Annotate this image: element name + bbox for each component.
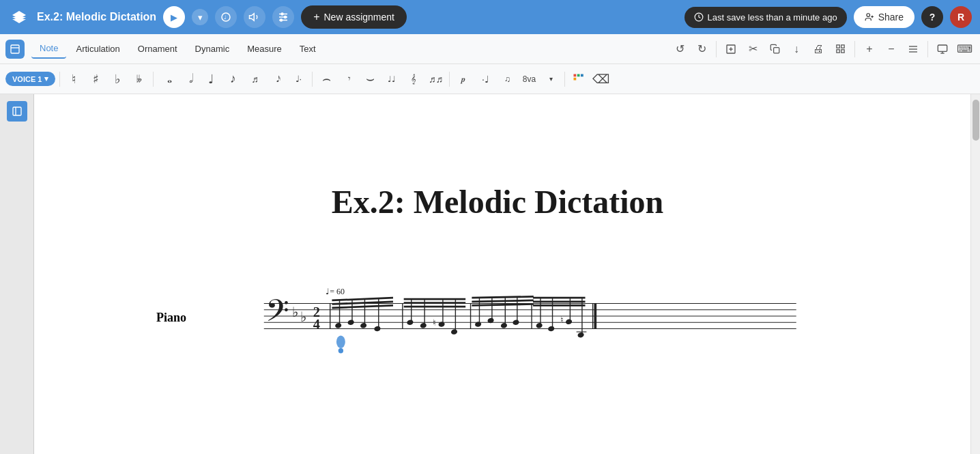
score-area: Piano 𝄢 ♭ ♭ xyxy=(156,275,839,360)
clock-icon xyxy=(694,12,704,22)
flat-button[interactable]: ♭ xyxy=(108,70,127,89)
zoom-out-button[interactable]: − xyxy=(881,39,902,59)
slur-button[interactable]: ⌢ xyxy=(317,70,336,89)
scroll-thumb[interactable] xyxy=(972,100,979,141)
svg-text:♮: ♮ xyxy=(433,317,436,328)
zoom-menu-button[interactable] xyxy=(903,39,923,59)
help-label: ? xyxy=(929,12,936,23)
help-button[interactable]: ? xyxy=(921,6,943,28)
new-assignment-button[interactable]: + New assignment xyxy=(301,5,407,29)
svg-line-49 xyxy=(332,305,393,308)
svg-rect-29 xyxy=(574,74,577,76)
natural-button[interactable]: ♮ xyxy=(64,70,83,89)
plus-icon: + xyxy=(313,11,319,23)
sixteenth-note-button[interactable]: ♬ xyxy=(245,70,264,89)
layout-button[interactable] xyxy=(830,39,850,59)
share-button[interactable]: Share xyxy=(854,6,914,28)
svg-point-90 xyxy=(547,326,555,332)
svg-point-88 xyxy=(536,322,543,329)
quarter-note-button[interactable]: ♩ xyxy=(201,70,220,89)
redo-button[interactable]: ↻ xyxy=(691,39,712,59)
separator xyxy=(854,41,855,57)
double-flat-button[interactable]: 𝄫 xyxy=(130,70,149,89)
voice-selector[interactable]: VOICE 1 ▾ xyxy=(5,72,55,86)
share-label: Share xyxy=(878,12,904,23)
score-title: Ex.2: Melodic Dictation xyxy=(332,183,664,221)
whole-note-button[interactable]: 𝅝 xyxy=(158,70,177,89)
staff-container: 𝄢 ♭ ♭ 2 4 ♩= 60 xyxy=(193,275,839,360)
rest-button[interactable]: 𝄾 xyxy=(338,70,358,89)
chord-button[interactable]: ♬♬ xyxy=(426,70,445,89)
grace-note-button[interactable]: 𝆏 xyxy=(454,70,473,89)
svg-point-70 xyxy=(450,328,458,335)
notation-toolbar: VOICE 1 ▾ ♮ ♯ ♭ 𝄫 𝅝 𝅗𝅥 ♩ ♪ ♬ 𝅘𝅥𝅯 ♩· ⌢ 𝄾 … xyxy=(0,64,980,94)
tab-ornament[interactable]: Ornament xyxy=(130,40,186,58)
add-measure-button[interactable] xyxy=(721,39,741,59)
svg-rect-18 xyxy=(773,48,779,53)
audio-button[interactable] xyxy=(244,6,265,28)
octave-button[interactable]: 8va xyxy=(519,70,538,89)
svg-point-6 xyxy=(281,13,283,15)
cut-button[interactable]: ✂ xyxy=(743,39,763,59)
user-initial: R xyxy=(957,12,964,23)
svg-text:♭: ♭ xyxy=(300,309,306,324)
svg-rect-19 xyxy=(836,45,839,48)
color-button[interactable] xyxy=(569,70,588,89)
tie-button[interactable]: ⌣ xyxy=(360,70,379,89)
tab-dynamic[interactable]: Dynamic xyxy=(187,40,238,58)
instrument-label: Piano xyxy=(156,311,186,325)
thirty-second-note-button[interactable]: 𝅘𝅥𝅯 xyxy=(267,70,286,89)
save-status-button[interactable]: Last save less than a minute ago xyxy=(684,7,847,28)
print-button[interactable]: 🖨 xyxy=(808,39,828,59)
tremolo-button[interactable]: ♩♩ xyxy=(382,70,401,89)
svg-point-76 xyxy=(474,321,482,328)
panel-toggle-button[interactable] xyxy=(5,40,25,59)
tab-note[interactable]: Note xyxy=(31,39,66,59)
view-toggle-button[interactable] xyxy=(932,39,953,59)
dotted-note-button[interactable]: ♩· xyxy=(289,70,308,89)
svg-line-72 xyxy=(472,296,533,298)
metronome-button[interactable]: ♩ xyxy=(215,6,237,28)
beam-button[interactable]: ♫ xyxy=(498,70,517,89)
staccato-button[interactable]: ·♩ xyxy=(476,70,495,89)
arpeggio-button[interactable]: 𝄞 xyxy=(404,70,423,89)
svg-line-73 xyxy=(472,300,533,302)
keyboard-button[interactable]: ⌨ xyxy=(954,39,975,59)
delete-button[interactable]: ⌫ xyxy=(591,70,610,89)
separator xyxy=(59,72,60,87)
undo-button[interactable]: ↺ xyxy=(669,39,690,59)
svg-rect-31 xyxy=(581,74,583,76)
color-icon xyxy=(573,73,585,85)
main-area: Ex.2: Melodic Dictation Piano 𝄢 xyxy=(0,94,980,454)
vertical-scrollbar[interactable] xyxy=(970,94,980,454)
tab-measure[interactable]: Measure xyxy=(239,40,290,58)
side-panel-button[interactable] xyxy=(7,101,27,122)
svg-point-78 xyxy=(487,317,495,324)
user-avatar-button[interactable]: R xyxy=(950,6,972,28)
svg-point-95 xyxy=(577,332,585,339)
svg-point-68 xyxy=(438,321,446,328)
mixer-button[interactable] xyxy=(272,6,294,28)
download-button[interactable]: ↓ xyxy=(786,39,807,59)
copy-button[interactable] xyxy=(764,39,785,59)
play-button[interactable]: ▶ xyxy=(163,6,185,28)
separator xyxy=(312,72,313,87)
score-canvas[interactable]: Ex.2: Melodic Dictation Piano 𝄢 xyxy=(34,94,970,454)
svg-rect-30 xyxy=(577,74,580,76)
svg-point-65 xyxy=(420,322,427,329)
separator xyxy=(449,72,450,87)
ottava-dropdown[interactable]: ▾ xyxy=(541,70,560,89)
svg-point-63 xyxy=(407,319,414,326)
sharp-button[interactable]: ♯ xyxy=(86,70,105,89)
save-status-text: Last save less than a minute ago xyxy=(708,12,837,23)
dropdown-button[interactable]: ▾ xyxy=(192,9,208,25)
zoom-in-button[interactable]: + xyxy=(859,39,880,59)
svg-text:♩= 60: ♩= 60 xyxy=(326,287,345,296)
tab-articulation[interactable]: Articulation xyxy=(68,40,128,58)
svg-point-7 xyxy=(285,16,287,18)
eighth-note-button[interactable]: ♪ xyxy=(223,70,242,89)
tab-text[interactable]: Text xyxy=(291,40,324,58)
half-note-button[interactable]: 𝅗𝅥 xyxy=(179,70,199,89)
voice-dropdown-arrow: ▾ xyxy=(44,74,48,83)
svg-line-74 xyxy=(472,304,533,305)
